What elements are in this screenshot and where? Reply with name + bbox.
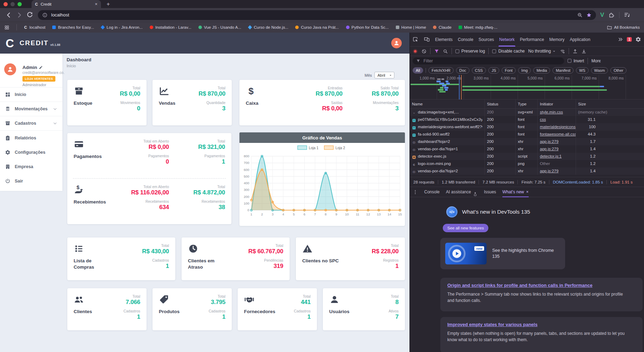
initiator-link[interactable]: css	[540, 116, 546, 123]
apps-grid-icon[interactable]	[4, 25, 9, 30]
initiator-link[interactable]: app.js:279	[540, 145, 558, 153]
column-header-size[interactable]: Size	[576, 99, 644, 108]
bookmark-item[interactable]: Home | Home	[396, 25, 426, 29]
devtools-tab-elements[interactable]: Elements	[435, 33, 453, 47]
filter-chip-doc[interactable]: Doc	[456, 67, 469, 74]
sidebar-item-cadastros[interactable]: Cadastros	[0, 116, 62, 131]
bookmark-item[interactable]: Installation - Larav...	[150, 25, 191, 29]
card-usuarios[interactable]: UsuáriosTotal8Ativos7	[323, 288, 405, 330]
network-conditions-icon[interactable]	[560, 49, 565, 54]
devtools-tab-sources[interactable]: Sources	[479, 33, 494, 47]
device-toolbar-icon[interactable]	[424, 36, 430, 42]
zoom-out-icon[interactable]	[577, 12, 583, 18]
highlights-thumbnail[interactable]: new	[445, 243, 487, 264]
site-info-icon[interactable]	[42, 12, 48, 18]
network-request-row[interactable]: Clogo-icon-mini.png200pngOther1.2	[410, 160, 644, 167]
month-select[interactable]: Abril	[374, 72, 394, 78]
close-window-button[interactable]	[4, 2, 8, 6]
drawer-tab-close-icon[interactable]: ×	[526, 187, 529, 197]
initiator-link[interactable]: detector.js:1	[540, 153, 562, 160]
network-request-row[interactable]: Tmaterialdesignicons-webfont.woff2?v=1.8…	[410, 123, 644, 131]
devtools-tab-application[interactable]: Application	[570, 33, 590, 47]
initiator-link[interactable]: app.js:279	[540, 138, 558, 145]
sidebar-item-empresa[interactable]: Empresa	[0, 159, 62, 174]
filter-chip-manifest[interactable]: Manifest	[553, 67, 574, 74]
header-avatar[interactable]	[391, 38, 402, 48]
filter-funnel-icon[interactable]	[434, 49, 439, 54]
clear-network-icon[interactable]	[421, 49, 427, 54]
initiator-link[interactable]: materialdesignicons.min.css	[540, 123, 576, 131]
play-icon[interactable]	[452, 248, 462, 259]
bookmark-item[interactable]: Meet: mdg-zfwq-...	[459, 25, 497, 29]
card-pagamentos[interactable]: PagamentosTotal em AbertoR$ 0,00Pagament…	[67, 133, 231, 178]
bookmark-item[interactable]: Curso Java na Prát...	[295, 25, 339, 29]
bookmark-item[interactable]: Curso de Node.js...	[248, 25, 288, 29]
filter-chip-js[interactable]: JS	[488, 67, 499, 74]
card-recebimentos[interactable]: $RecebimentosTotal em AbertoR$ 116.026,0…	[67, 179, 231, 224]
tab-close-icon[interactable]: ×	[95, 2, 97, 6]
record-network-icon[interactable]	[413, 49, 418, 54]
drawer-tab-ai-assistance[interactable]: AI assistance	[446, 187, 477, 197]
filter-chip-img[interactable]: Img	[518, 67, 531, 74]
devtools-settings-gear-icon[interactable]	[635, 36, 641, 42]
network-filter-input[interactable]	[423, 58, 561, 64]
sidebar-item-inicio[interactable]: Início	[0, 88, 62, 102]
address-bar[interactable]: localhost	[38, 10, 596, 20]
card-spc[interactable]: Clientes no SPCTotalR$ 228,00Registros1	[296, 237, 405, 280]
whats-new-section-link[interactable]: Improved empty states for various panels	[447, 322, 537, 327]
devtools-tab-network[interactable]: Network	[499, 33, 515, 47]
card-compras[interactable]: Lista de ComprasTotalR$ 430,00Cadastros1	[67, 237, 175, 280]
throttling-select[interactable]: No throttling	[528, 49, 557, 54]
card-clientes[interactable]: ClientesTotal7.066Cadastros1	[67, 288, 147, 330]
filter-chip-wasm[interactable]: Wasm	[591, 67, 608, 74]
bookmark-item[interactable]: Branches for Easy...	[52, 25, 94, 29]
network-request-row[interactable]: {}vendas-por-dia?loja=1200xhrapp.js:2791…	[410, 145, 644, 153]
network-request-row[interactable]: {}vendas-por-dia?loja=2200xhrapp.js:2791…	[410, 167, 644, 175]
bookmark-item[interactable]: Clocalhost	[24, 25, 45, 29]
filter-chip-media[interactable]: Media	[533, 67, 550, 74]
see-all-features-button[interactable]: See all new features	[443, 224, 488, 232]
initiator-link[interactable]: style.min.css	[540, 109, 563, 116]
sidebar-item-relatorios[interactable]: Relatórios	[0, 131, 62, 145]
new-tab-button[interactable]: +	[107, 1, 110, 7]
forward-icon[interactable]	[15, 11, 23, 19]
column-header-status[interactable]: Status	[485, 99, 516, 108]
bookmark-item[interactable]: Vue JS - Usando A...	[198, 25, 241, 29]
highlights-banner[interactable]: new See the highlights from Chrome 135	[440, 238, 565, 269]
search-icon[interactable]	[443, 49, 448, 54]
preserve-log-checkbox[interactable]: Preserve log	[455, 49, 485, 54]
network-request-row[interactable]: data:image/svg+xml,…200svg+xmlstyle.min.…	[410, 109, 644, 116]
column-header-initiator[interactable]: Initiator	[538, 99, 576, 108]
bookmark-item[interactable]: Python for Data Sc...	[346, 25, 389, 29]
network-request-row[interactable]: Tfa-solid-900.woff2200fontfontawesome-al…	[410, 131, 644, 138]
network-request-row[interactable]: Tpe0TMImSLYBlv1o4X1M8ce2xCx3yop4tQ…200fo…	[410, 116, 644, 123]
filter-chip-font[interactable]: Font	[502, 67, 516, 74]
url-text[interactable]: localhost	[51, 12, 574, 18]
devtools-tab-performance[interactable]: Performance	[520, 33, 544, 47]
browser-tab[interactable]: C Credit ×	[32, 0, 101, 8]
devtools-tab-console[interactable]: Console	[458, 33, 473, 47]
drawer-tab-console[interactable]: Console	[424, 187, 440, 197]
reload-icon[interactable]	[26, 11, 34, 19]
disable-cache-checkbox[interactable]: Disable cache	[492, 49, 524, 54]
export-har-icon[interactable]	[581, 49, 587, 54]
card-atraso[interactable]: Clientes em AtrasoTotalR$ 60.767,00Pendê…	[182, 237, 290, 280]
card-produtos[interactable]: ProdutosTotal3.795Cadastros1	[152, 288, 232, 330]
filter-chip-ws[interactable]: WS	[576, 67, 589, 74]
minimize-window-button[interactable]	[11, 2, 15, 6]
bookmark-item[interactable]: Log in - Jira Anron...	[101, 25, 143, 29]
invert-filter-checkbox[interactable]: Invert	[568, 58, 584, 63]
filter-chip-fetchxhr[interactable]: Fetch/XHR	[428, 67, 454, 74]
tab-list-icon[interactable]	[624, 12, 630, 18]
devtools-tab-memory[interactable]: Memory	[549, 33, 564, 47]
maximize-window-button[interactable]	[18, 2, 22, 6]
back-icon[interactable]	[5, 11, 13, 19]
column-header-type[interactable]: Type	[516, 99, 538, 108]
extensions-puzzle-icon[interactable]	[608, 12, 615, 18]
whats-new-section-link[interactable]: Origin and script links for profile and …	[447, 283, 592, 288]
sidebar-item-movimentacoes[interactable]: Movimentações	[0, 102, 62, 116]
filter-chip-css[interactable]: CSS	[472, 67, 486, 74]
network-overview-timeline[interactable]: 1,000 ms2,000 ms3,000 ms4,000 ms5,000 ms…	[410, 75, 644, 99]
sidebar-item-configuracoes[interactable]: Configurações	[0, 145, 62, 159]
column-header-name[interactable]: Name	[410, 99, 485, 108]
